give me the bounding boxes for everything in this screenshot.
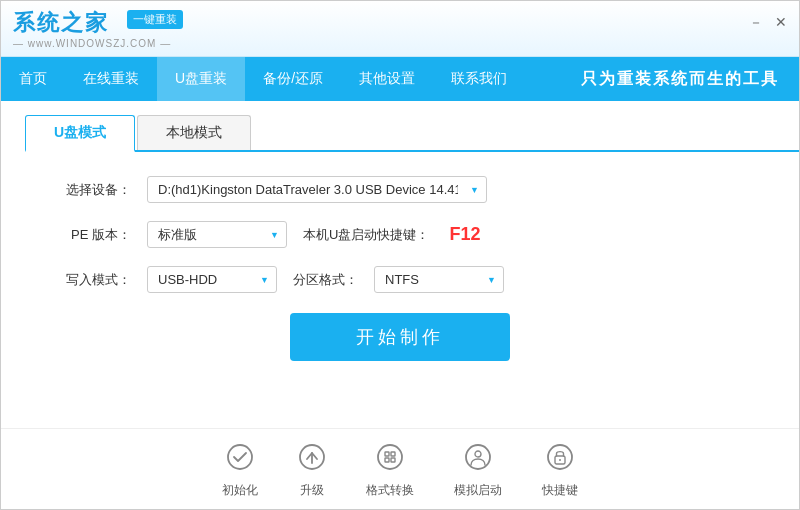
svg-point-9 — [475, 451, 481, 457]
svg-point-10 — [548, 445, 572, 469]
write-select[interactable]: USB-HDD — [147, 266, 277, 293]
close-button[interactable]: ✕ — [775, 15, 787, 29]
lock-circle-icon — [546, 443, 574, 476]
tool-upgrade[interactable]: 升级 — [298, 443, 326, 499]
window-controls: － ✕ — [749, 15, 787, 29]
app-title: 系统之家 — [13, 8, 109, 38]
device-label: 选择设备： — [61, 181, 131, 199]
content-area: U盘模式 本地模式 选择设备： D:(hd1)Kingston DataTrav… — [1, 101, 799, 509]
write-select-wrapper: USB-HDD — [147, 266, 277, 293]
svg-rect-7 — [391, 458, 395, 462]
tool-shortcut-label: 快捷键 — [542, 482, 578, 499]
partition-select[interactable]: NTFS — [374, 266, 504, 293]
minimize-button[interactable]: － — [749, 15, 763, 29]
svg-point-3 — [378, 445, 402, 469]
grid-circle-icon — [376, 443, 404, 476]
tool-simulate-boot[interactable]: 模拟启动 — [454, 443, 502, 499]
tool-upgrade-label: 升级 — [300, 482, 324, 499]
start-button[interactable]: 开始制作 — [290, 313, 510, 361]
nav-item-settings[interactable]: 其他设置 — [341, 57, 433, 101]
nav-item-contact[interactable]: 联系我们 — [433, 57, 525, 101]
person-circle-icon — [464, 443, 492, 476]
nav-slogan: 只为重装系统而生的工具 — [581, 57, 799, 101]
app-subtitle: 一键重装 — [127, 10, 183, 29]
tool-initialize[interactable]: 初始化 — [222, 443, 258, 499]
pe-row: PE 版本： 标准版 本机U盘启动快捷键： F12 — [61, 221, 739, 248]
svg-point-12 — [559, 459, 561, 461]
tab-local-mode[interactable]: 本地模式 — [137, 115, 251, 150]
tab-bar: U盘模式 本地模式 — [25, 115, 799, 152]
write-label: 写入模式： — [61, 271, 131, 289]
svg-rect-6 — [385, 458, 389, 462]
tool-shortcut[interactable]: 快捷键 — [542, 443, 578, 499]
shortcut-key: F12 — [449, 224, 480, 245]
nav-item-backup[interactable]: 备份/还原 — [245, 57, 341, 101]
svg-rect-5 — [391, 452, 395, 456]
tool-initialize-label: 初始化 — [222, 482, 258, 499]
tool-format-convert-label: 格式转换 — [366, 482, 414, 499]
device-select[interactable]: D:(hd1)Kingston DataTraveler 3.0 USB Dev… — [147, 176, 487, 203]
nav-item-online[interactable]: 在线重装 — [65, 57, 157, 101]
form-area: 选择设备： D:(hd1)Kingston DataTraveler 3.0 U… — [1, 152, 799, 309]
partition-select-wrapper: NTFS — [374, 266, 504, 293]
start-button-area: 开始制作 — [1, 313, 799, 361]
app-logo: 系统之家 一键重装 — www.WINDOWSZJ.COM — — [13, 8, 183, 49]
nav-items: 首页 在线重装 U盘重装 备份/还原 其他设置 联系我们 — [1, 57, 525, 101]
shortcut-label: 本机U盘启动快捷键： — [303, 226, 429, 244]
svg-rect-4 — [385, 452, 389, 456]
device-row: 选择设备： D:(hd1)Kingston DataTraveler 3.0 U… — [61, 176, 739, 203]
write-row: 写入模式： USB-HDD 分区格式： NTFS — [61, 266, 739, 293]
pe-select[interactable]: 标准版 — [147, 221, 287, 248]
title-bar: 系统之家 一键重装 — www.WINDOWSZJ.COM — － ✕ — [1, 1, 799, 57]
arrow-up-circle-icon — [298, 443, 326, 476]
tab-usb-mode[interactable]: U盘模式 — [25, 115, 135, 152]
svg-point-0 — [228, 445, 252, 469]
tool-format-convert[interactable]: 格式转换 — [366, 443, 414, 499]
nav-item-home[interactable]: 首页 — [1, 57, 65, 101]
check-circle-icon — [226, 443, 254, 476]
nav-bar: 首页 在线重装 U盘重装 备份/还原 其他设置 联系我们 只为重装系统而生的工具 — [1, 57, 799, 101]
main-window: 系统之家 一键重装 — www.WINDOWSZJ.COM — － ✕ 首页 在… — [0, 0, 800, 510]
tool-simulate-boot-label: 模拟启动 — [454, 482, 502, 499]
device-select-wrapper: D:(hd1)Kingston DataTraveler 3.0 USB Dev… — [147, 176, 487, 203]
partition-label: 分区格式： — [293, 271, 358, 289]
app-url: — www.WINDOWSZJ.COM — — [13, 38, 183, 49]
pe-select-wrapper: 标准版 — [147, 221, 287, 248]
pe-label: PE 版本： — [61, 226, 131, 244]
nav-item-usb[interactable]: U盘重装 — [157, 57, 245, 101]
bottom-toolbar: 初始化 升级 — [1, 428, 799, 509]
